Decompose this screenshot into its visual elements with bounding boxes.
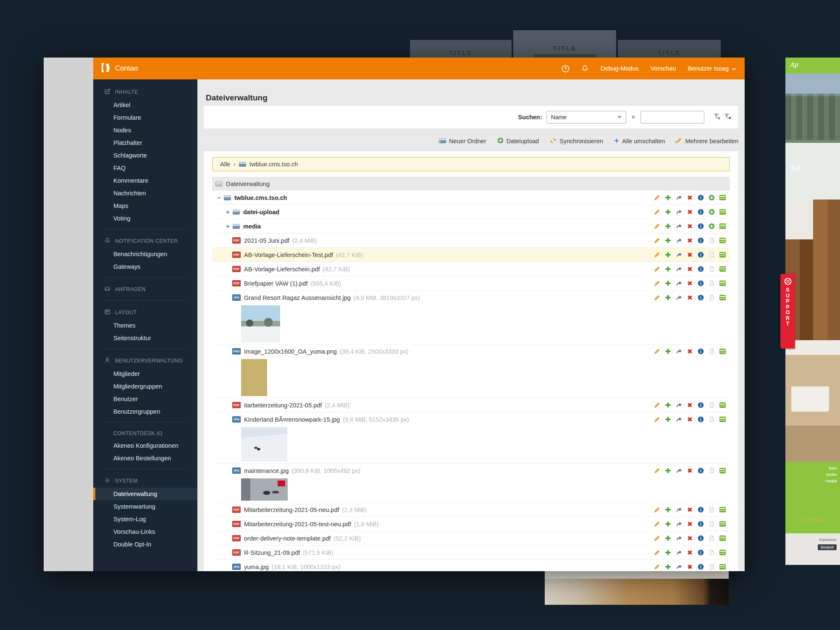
help-icon[interactable]: ?: [562, 65, 570, 73]
sync-state-icon[interactable]: [719, 521, 726, 527]
show-icon[interactable]: [698, 416, 704, 423]
tree-toggle[interactable]: +: [225, 223, 231, 230]
file-name-link[interactable]: media: [243, 223, 261, 230]
sidebar-item-benutzer[interactable]: Benutzer: [93, 393, 197, 405]
edit-icon[interactable]: [654, 467, 660, 474]
sync-state-icon[interactable]: [719, 266, 726, 272]
file-name-link[interactable]: Image_1200x1600_OA_yuma.png: [244, 348, 337, 355]
edit-icon[interactable]: [654, 252, 660, 258]
edit-icon[interactable]: [654, 348, 660, 354]
breadcrumb-path[interactable]: twblue.cms.tso.ch: [249, 161, 298, 168]
file-name-link[interactable]: order-delivery-note-template.pdf: [244, 535, 331, 542]
show-icon[interactable]: [698, 564, 704, 570]
tree-toggle[interactable]: +: [225, 208, 231, 215]
sync-state-icon[interactable]: [719, 281, 726, 286]
delete-icon[interactable]: [687, 521, 693, 527]
delete-icon[interactable]: [687, 549, 693, 556]
sync-state-icon[interactable]: [719, 507, 726, 512]
mehrere-bearbeiten-button[interactable]: Mehrere bearbeiten: [676, 137, 738, 145]
sidebar-item-vorschau-links[interactable]: Vorschau-Links: [93, 525, 197, 538]
bell-icon[interactable]: [581, 65, 589, 72]
show-icon[interactable]: [698, 237, 704, 244]
sidebar-item-benutzergruppen[interactable]: Benutzergruppen: [93, 405, 197, 418]
show-icon[interactable]: [698, 549, 704, 556]
sidebar-section-benutzerverwaltung[interactable]: BENUTZERVERWALTUNG: [93, 353, 197, 368]
sync-state-icon[interactable]: [719, 223, 726, 229]
sidebar-item-systemwartung[interactable]: Systemwartung: [93, 500, 197, 513]
file-thumbnail[interactable]: [241, 427, 287, 462]
duplicate-icon[interactable]: [665, 467, 671, 474]
sync-state-icon[interactable]: [719, 209, 726, 215]
sidebar-item-gateways[interactable]: Gateways: [93, 260, 197, 273]
sidebar-section-layout[interactable]: LAYOUT: [93, 305, 197, 319]
delete-icon[interactable]: [687, 280, 693, 286]
duplicate-icon[interactable]: [665, 266, 671, 272]
edit-icon[interactable]: [654, 549, 660, 556]
sidebar-item-artikel[interactable]: Artikel: [93, 99, 197, 111]
sidebar-section-anfragen[interactable]: ANFRAGEN: [93, 282, 197, 296]
duplicate-icon[interactable]: [665, 209, 671, 215]
delete-icon[interactable]: [687, 535, 693, 541]
sync-state-icon[interactable]: [719, 536, 726, 541]
sidebar-item-dateiverwaltung[interactable]: Dateiverwaltung: [93, 488, 197, 500]
duplicate-icon[interactable]: [665, 194, 671, 201]
delete-icon[interactable]: [687, 237, 693, 244]
edit-icon[interactable]: [654, 266, 660, 272]
show-icon[interactable]: [698, 194, 704, 201]
file-name-link[interactable]: itarbeiterzeitung-2021-05.pdf: [244, 402, 322, 409]
file-name-link[interactable]: Mitarbeiterzeitung-2021-05-neu.pdf: [244, 507, 339, 513]
show-icon[interactable]: [698, 280, 704, 286]
duplicate-icon[interactable]: [665, 348, 671, 354]
file-name-link[interactable]: 2021-05 Juni.pdf: [244, 237, 289, 244]
sidebar-item-akeneo-konfigurationen[interactable]: Akeneo Konfigurationen: [93, 439, 197, 452]
duplicate-icon[interactable]: [665, 521, 671, 527]
file-name-link[interactable]: maintenance.jpg: [244, 467, 289, 474]
sidebar-item-platzhalter[interactable]: Platzhalter: [93, 136, 197, 149]
delete-icon[interactable]: [687, 266, 693, 272]
move-icon[interactable]: [676, 535, 682, 541]
delete-icon[interactable]: [687, 402, 693, 408]
sidebar-item-system-log[interactable]: System-Log: [93, 513, 197, 525]
sidebar-item-voting[interactable]: Voting: [93, 212, 197, 225]
edit-icon[interactable]: [654, 294, 660, 301]
file-thumbnail[interactable]: [241, 478, 288, 501]
paste-into-icon[interactable]: [709, 209, 715, 215]
sidebar-section-notification-center[interactable]: NOTIFICATION CENTER: [93, 234, 197, 248]
edit-icon[interactable]: [654, 280, 660, 286]
file-name-link[interactable]: AB-Vorlage-Lieferschein.pdf: [244, 266, 320, 273]
show-icon[interactable]: [698, 252, 704, 258]
move-icon[interactable]: [676, 416, 682, 423]
sync-state-icon[interactable]: [719, 402, 726, 408]
show-icon[interactable]: [698, 294, 704, 301]
duplicate-icon[interactable]: [665, 564, 671, 570]
duplicate-icon[interactable]: [665, 416, 671, 423]
delete-icon[interactable]: [687, 294, 693, 301]
sync-state-icon[interactable]: [719, 238, 726, 243]
delete-icon[interactable]: [687, 467, 693, 474]
edit-icon[interactable]: [654, 416, 660, 423]
move-icon[interactable]: [676, 280, 682, 286]
edit-icon[interactable]: [654, 194, 660, 201]
file-name-link[interactable]: Grand Resort Ragaz Aussenansicht.jpg: [244, 294, 351, 301]
edit-icon[interactable]: [654, 209, 660, 215]
tree-toggle[interactable]: −: [216, 194, 222, 201]
move-icon[interactable]: [676, 402, 682, 408]
menu-vorschau[interactable]: Vorschau: [651, 65, 676, 72]
filter-add-icon[interactable]: [714, 113, 721, 122]
show-icon[interactable]: [698, 467, 704, 474]
move-icon[interactable]: [676, 209, 682, 215]
file-name-link[interactable]: Briefpapier VAW (1).pdf: [244, 280, 308, 287]
sidebar-item-maps[interactable]: Maps: [93, 200, 197, 212]
show-icon[interactable]: [698, 507, 704, 513]
duplicate-icon[interactable]: [665, 294, 671, 301]
search-field-select[interactable]: Name: [546, 111, 626, 123]
show-icon[interactable]: [698, 223, 704, 229]
menu-debug-modus[interactable]: Debug-Modus: [601, 65, 639, 72]
file-name-link[interactable]: datei-upload: [243, 209, 279, 215]
sidebar-section-inhalte[interactable]: INHALTE: [93, 84, 197, 99]
edit-icon[interactable]: [654, 521, 660, 527]
show-icon[interactable]: [698, 266, 704, 272]
dateiupload-button[interactable]: Dateiupload: [497, 137, 539, 145]
file-name-link[interactable]: Mitarbeiterzeitung-2021-05-test-neu.pdf: [244, 521, 351, 528]
show-icon[interactable]: [698, 348, 704, 354]
